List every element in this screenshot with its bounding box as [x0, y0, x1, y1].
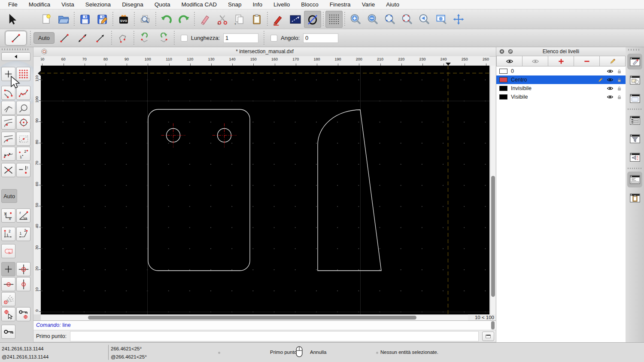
modify-attributes-button[interactable] [287, 11, 304, 28]
layer-color-swatch[interactable] [499, 86, 507, 91]
line-arrows-both-button[interactable] [73, 31, 91, 45]
layer-visibility-icon[interactable] [607, 94, 614, 100]
layer-color-swatch[interactable] [499, 69, 507, 74]
restrict-angle-button[interactable] [1, 292, 15, 306]
relative-zero-cursor-button[interactable] [1, 307, 15, 321]
show-all-layers-button[interactable] [496, 56, 522, 66]
collapse-arrow-button[interactable] [1, 52, 30, 61]
zoom-in-button[interactable] [347, 11, 364, 28]
layer-lock-icon[interactable] [617, 69, 622, 74]
snap-intersection-button[interactable] [1, 163, 15, 177]
dock-command-line-toggle[interactable] [627, 172, 642, 187]
paste-button[interactable] [248, 11, 265, 28]
relative-cartesian-button[interactable] [1, 227, 15, 241]
menu-info[interactable]: Info [247, 0, 268, 9]
dock-filter-toggle[interactable] [627, 131, 642, 147]
snap-nearest-button[interactable] [1, 132, 15, 146]
auto-mode-button[interactable]: Auto [33, 32, 55, 44]
snap-perpendicular-button[interactable] [1, 101, 15, 115]
snap-grid-button[interactable] [16, 67, 30, 81]
menu-snap[interactable]: Snap [222, 0, 247, 9]
edit-layer-button[interactable] [600, 56, 626, 66]
zoom-window-button[interactable] [433, 11, 450, 28]
edit-layer-icon[interactable] [597, 77, 604, 83]
restrict-vertical-button[interactable] [16, 277, 30, 291]
drawing-canvas[interactable] [41, 66, 489, 314]
dock-announce-toggle[interactable] [627, 149, 642, 165]
copy-button[interactable] [231, 11, 248, 28]
line-segment-button[interactable] [55, 31, 73, 45]
canvas-vertical-scrollbar[interactable] [490, 66, 495, 314]
menu-finestra[interactable]: Finestra [324, 0, 356, 9]
layer-lock-icon[interactable] [617, 86, 622, 91]
angle-input[interactable] [303, 33, 338, 43]
scrollbar-thumb[interactable] [491, 321, 495, 329]
dock-blocks-toggle[interactable] [627, 72, 642, 88]
menu-modifica-cad[interactable]: Modifica CAD [176, 0, 222, 9]
snap-on-entity-button[interactable] [16, 86, 30, 100]
pen-attributes-button[interactable] [270, 11, 287, 28]
snap-sequence-button[interactable] [16, 147, 30, 161]
cut-button[interactable] [214, 11, 231, 28]
dock-layer-list-toggle[interactable] [627, 112, 642, 128]
print-preview-button[interactable] [137, 11, 154, 28]
drawing-titlebar[interactable]: * intersection_manual.dxf [33, 47, 496, 57]
save-button[interactable] [76, 11, 94, 28]
snap-tangent-button[interactable] [1, 115, 15, 130]
lock-key-button[interactable] [1, 325, 15, 339]
line-tool-button[interactable] [5, 31, 27, 45]
add-layer-button[interactable] [548, 56, 574, 66]
layer-panel-titlebar[interactable]: Elenco dei livelli [496, 47, 626, 56]
snap-endpoint-button[interactable] [1, 86, 15, 100]
redo-button[interactable] [175, 11, 192, 28]
coordinate-polar-button[interactable] [16, 208, 30, 223]
menu-disegna[interactable]: Disegna [116, 0, 149, 9]
select-window-red-button[interactable] [1, 244, 15, 258]
new-document-button[interactable] [38, 11, 55, 28]
layer-color-swatch[interactable] [499, 77, 507, 82]
scrollbar-thumb[interactable] [88, 316, 416, 320]
snap-on-circle-button[interactable] [16, 101, 30, 115]
open-file-button[interactable] [55, 11, 72, 28]
canvas-horizontal-scrollbar[interactable] [41, 314, 468, 320]
length-input[interactable] [223, 33, 258, 43]
dock-pen-toggle[interactable] [627, 54, 642, 69]
zoom-pan-button[interactable] [450, 11, 467, 28]
snap-free-button[interactable] [1, 67, 15, 81]
zoom-auto-button[interactable] [381, 11, 398, 28]
lock-relative-zero-button[interactable] [16, 307, 30, 321]
layer-visibility-icon[interactable] [607, 85, 614, 92]
layer-visibility-icon[interactable] [607, 76, 614, 83]
save-as-button[interactable] [94, 11, 111, 28]
command-input[interactable] [70, 331, 479, 341]
relative-polar-button[interactable] [16, 227, 30, 241]
layer-row-visibile[interactable]: Visibile [496, 93, 626, 101]
snap-middle-button[interactable] [16, 132, 30, 146]
select-cursor-button[interactable] [3, 11, 21, 28]
toolbar-handle[interactable] [2, 48, 30, 50]
zoom-redraw-button[interactable] [416, 11, 433, 28]
undo-segment-button[interactable] [136, 31, 154, 45]
layer-color-swatch[interactable] [499, 94, 507, 100]
menu-varie[interactable]: Varie [356, 0, 381, 9]
line-arrow-button[interactable] [91, 31, 109, 45]
scrollbar-thumb[interactable] [491, 176, 495, 297]
auto-snap-button[interactable]: Auto [1, 189, 17, 203]
draft-mode-button[interactable] [304, 11, 321, 28]
menu-quota[interactable]: Quota [149, 0, 176, 9]
layer-row-invisibile[interactable]: Invisibile [496, 84, 626, 93]
undo-button[interactable] [158, 11, 175, 28]
remove-layer-button[interactable] [574, 56, 600, 66]
command-history-scrollbar[interactable] [491, 321, 495, 330]
redo-segment-button[interactable] [154, 31, 172, 45]
snap-center-button[interactable] [16, 115, 30, 130]
snap-relative-zero-target-button[interactable] [16, 262, 30, 276]
layer-visibility-icon[interactable] [607, 68, 614, 75]
hide-all-layers-button[interactable] [522, 56, 548, 66]
dock-clipboard-toggle[interactable] [627, 190, 642, 206]
menu-file[interactable]: File [3, 0, 23, 9]
grid-toggle-button[interactable] [325, 11, 343, 28]
menu-vista[interactable]: Vista [56, 0, 80, 9]
menu-blocco[interactable]: Blocco [295, 0, 324, 9]
zoom-out-button[interactable] [364, 11, 381, 28]
